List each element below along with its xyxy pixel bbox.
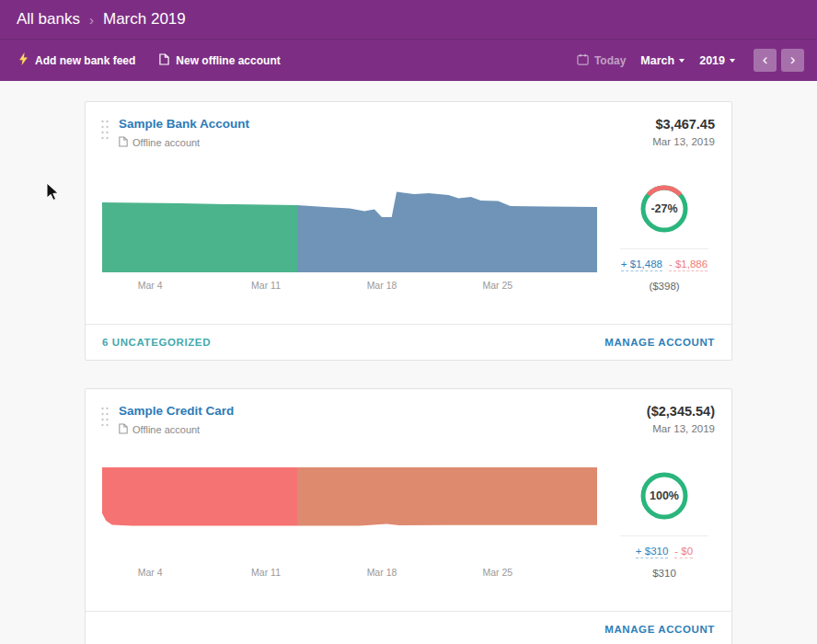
chevron-down-icon [679,59,685,63]
axis-tick-label: Mar 11 [251,280,281,291]
uncategorized-link[interactable]: 6 UNCATEGORIZED [102,337,211,348]
chevron-right-icon: › [790,52,796,67]
app-header: All banks › March 2019 [0,0,817,39]
calendar-icon [577,53,589,68]
balance-date: Mar 13, 2019 [647,423,715,434]
chevron-down-icon [730,59,735,63]
balance-area-chart [102,467,597,559]
inflow-link[interactable]: + $310 [636,546,669,558]
year-dropdown[interactable]: 2019 [699,54,735,67]
year-label: 2019 [699,54,725,67]
balance-area-chart [102,180,597,272]
breadcrumb-separator-icon: › [89,12,94,28]
axis-tick-label: Mar 4 [138,567,163,578]
chevron-left-icon: ‹ [763,52,768,67]
account-subtitle: Offline account [132,424,200,435]
drag-handle-icon[interactable] [100,120,109,149]
document-icon [159,53,169,68]
toolbar: Add new bank feed New offline account To… [0,39,817,81]
net-amount: ($398) [649,281,679,292]
percent-donut: -27% [639,184,689,234]
account-balance: ($2,345.54) [647,404,715,419]
manage-account-link[interactable]: MANAGE ACCOUNT [604,624,715,635]
account-subtitle: Offline account [132,137,200,148]
accounts-list: Sample Bank Account Offline account $3,4… [0,81,817,644]
drag-handle-icon[interactable] [100,407,109,436]
next-month-button[interactable]: › [781,49,804,72]
add-bank-feed-button[interactable]: Add new bank feed [18,52,135,68]
chart-x-axis: Mar 4Mar 11Mar 18Mar 25 [102,272,597,300]
month-label: March [640,54,674,67]
today-label: Today [594,54,626,67]
previous-month-button[interactable]: ‹ [754,49,777,72]
axis-tick-label: Mar 11 [251,567,281,578]
outflow-link[interactable]: - $1,886 [669,259,708,271]
axis-tick-label: Mar 18 [367,567,397,578]
outflow-link[interactable]: - $0 [674,546,693,558]
new-offline-account-label: New offline account [176,54,280,67]
add-bank-feed-label: Add new bank feed [35,54,135,67]
breadcrumb-current-month: March 2019 [103,10,186,29]
account-balance: $3,467.45 [652,117,715,132]
inflow-link[interactable]: + $1,488 [621,259,662,271]
account-title-link[interactable]: Sample Bank Account [119,117,249,131]
offline-account-icon [119,136,128,149]
net-amount: $310 [652,568,676,579]
breadcrumb-all-banks[interactable]: All banks [17,10,80,29]
axis-tick-label: Mar 25 [483,280,513,291]
percent-donut: 100% [639,471,689,521]
axis-tick-label: Mar 25 [483,567,513,578]
today-button[interactable]: Today [577,53,626,68]
account-card-bank: Sample Bank Account Offline account $3,4… [85,101,732,361]
lightning-icon [18,52,29,68]
axis-tick-label: Mar 4 [138,280,163,291]
stats-divider [620,248,708,249]
month-dropdown[interactable]: March [640,54,685,67]
percent-label: 100% [639,471,689,521]
account-card-credit: Sample Credit Card Offline account ($2,3… [85,388,732,644]
manage-account-link[interactable]: MANAGE ACCOUNT [604,337,715,348]
offline-account-icon [119,423,128,436]
new-offline-account-button[interactable]: New offline account [159,52,280,68]
balance-date: Mar 13, 2019 [652,136,715,147]
chart-x-axis: Mar 4Mar 11Mar 18Mar 25 [102,559,597,587]
account-title-link[interactable]: Sample Credit Card [119,404,234,418]
stats-divider [620,535,708,536]
axis-tick-label: Mar 18 [367,280,397,291]
percent-label: -27% [639,184,689,234]
